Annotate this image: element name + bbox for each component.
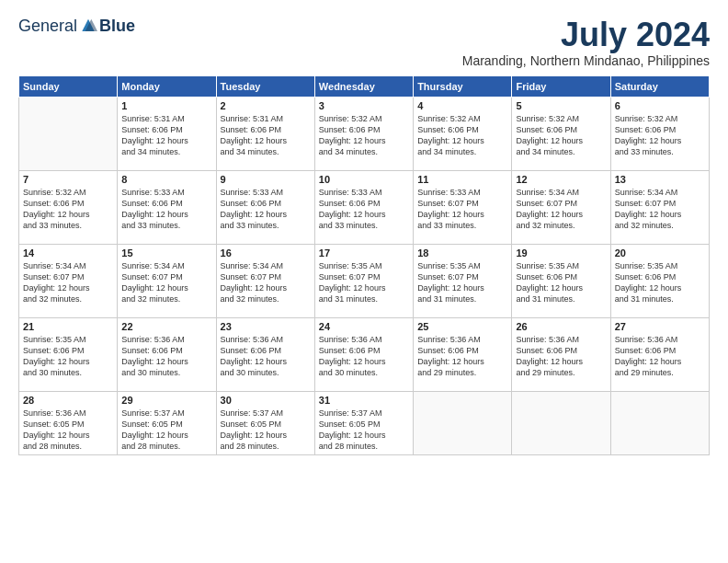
calendar-cell: 10Sunrise: 5:33 AM Sunset: 6:06 PM Dayli… <box>314 170 413 244</box>
day-detail: Sunrise: 5:36 AM Sunset: 6:06 PM Dayligh… <box>516 334 606 379</box>
day-detail: Sunrise: 5:31 AM Sunset: 6:06 PM Dayligh… <box>121 113 211 158</box>
calendar-cell: 16Sunrise: 5:34 AM Sunset: 6:07 PM Dayli… <box>216 244 314 317</box>
calendar-cell: 1Sunrise: 5:31 AM Sunset: 6:06 PM Daylig… <box>118 97 216 170</box>
day-detail: Sunrise: 5:32 AM Sunset: 6:06 PM Dayligh… <box>615 113 705 158</box>
day-number: 12 <box>516 174 606 185</box>
day-detail: Sunrise: 5:34 AM Sunset: 6:07 PM Dayligh… <box>615 187 705 232</box>
column-header-monday: Monday <box>118 75 216 97</box>
week-row-1: 1Sunrise: 5:31 AM Sunset: 6:06 PM Daylig… <box>19 97 710 170</box>
calendar-cell: 4Sunrise: 5:32 AM Sunset: 6:06 PM Daylig… <box>414 97 512 170</box>
day-detail: Sunrise: 5:35 AM Sunset: 6:06 PM Dayligh… <box>615 260 705 305</box>
calendar-table: SundayMondayTuesdayWednesdayThursdayFrid… <box>18 75 710 456</box>
calendar-cell: 31Sunrise: 5:37 AM Sunset: 6:05 PM Dayli… <box>314 391 413 455</box>
day-detail: Sunrise: 5:32 AM Sunset: 6:06 PM Dayligh… <box>319 113 409 158</box>
calendar-cell: 13Sunrise: 5:34 AM Sunset: 6:07 PM Dayli… <box>610 170 709 244</box>
day-detail: Sunrise: 5:36 AM Sunset: 6:06 PM Dayligh… <box>417 334 507 379</box>
day-detail: Sunrise: 5:33 AM Sunset: 6:06 PM Dayligh… <box>221 187 311 232</box>
calendar-cell: 23Sunrise: 5:36 AM Sunset: 6:06 PM Dayli… <box>216 317 314 391</box>
day-detail: Sunrise: 5:32 AM Sunset: 6:06 PM Dayligh… <box>23 187 113 232</box>
day-number: 31 <box>319 395 409 406</box>
column-header-tuesday: Tuesday <box>216 75 314 97</box>
calendar-cell: 17Sunrise: 5:35 AM Sunset: 6:07 PM Dayli… <box>314 244 413 317</box>
day-detail: Sunrise: 5:37 AM Sunset: 6:05 PM Dayligh… <box>319 408 409 453</box>
day-number: 25 <box>417 321 507 332</box>
day-number: 24 <box>319 321 409 332</box>
day-number: 4 <box>417 100 507 111</box>
day-detail: Sunrise: 5:36 AM Sunset: 6:05 PM Dayligh… <box>23 408 113 453</box>
day-detail: Sunrise: 5:33 AM Sunset: 6:06 PM Dayligh… <box>319 187 409 232</box>
day-detail: Sunrise: 5:31 AM Sunset: 6:06 PM Dayligh… <box>221 113 311 158</box>
day-number: 30 <box>221 395 311 406</box>
logo-text: General Blue <box>18 17 135 36</box>
calendar-cell: 18Sunrise: 5:35 AM Sunset: 6:07 PM Dayli… <box>414 244 512 317</box>
week-row-2: 7Sunrise: 5:32 AM Sunset: 6:06 PM Daylig… <box>19 170 710 244</box>
column-header-friday: Friday <box>512 75 610 97</box>
day-number: 7 <box>23 174 113 185</box>
calendar-cell: 30Sunrise: 5:37 AM Sunset: 6:05 PM Dayli… <box>216 391 314 455</box>
day-detail: Sunrise: 5:36 AM Sunset: 6:06 PM Dayligh… <box>221 334 311 379</box>
day-detail: Sunrise: 5:34 AM Sunset: 6:07 PM Dayligh… <box>121 260 211 305</box>
day-detail: Sunrise: 5:35 AM Sunset: 6:07 PM Dayligh… <box>319 260 409 305</box>
calendar-cell: 8Sunrise: 5:33 AM Sunset: 6:06 PM Daylig… <box>118 170 216 244</box>
day-detail: Sunrise: 5:36 AM Sunset: 6:06 PM Dayligh… <box>615 334 705 379</box>
column-header-wednesday: Wednesday <box>314 75 413 97</box>
day-number: 27 <box>615 321 705 332</box>
calendar-cell: 26Sunrise: 5:36 AM Sunset: 6:06 PM Dayli… <box>512 317 610 391</box>
day-number: 13 <box>615 174 705 185</box>
day-number: 6 <box>615 100 705 111</box>
day-number: 19 <box>516 247 606 259</box>
calendar-cell: 6Sunrise: 5:32 AM Sunset: 6:06 PM Daylig… <box>610 97 709 170</box>
column-header-sunday: Sunday <box>19 75 118 97</box>
calendar-cell: 15Sunrise: 5:34 AM Sunset: 6:07 PM Dayli… <box>118 244 216 317</box>
day-detail: Sunrise: 5:36 AM Sunset: 6:06 PM Dayligh… <box>319 334 409 379</box>
day-number: 15 <box>121 247 211 259</box>
day-number: 22 <box>121 321 211 332</box>
day-number: 17 <box>319 247 409 259</box>
day-number: 5 <box>516 100 606 111</box>
day-number: 21 <box>23 321 113 332</box>
calendar-cell: 2Sunrise: 5:31 AM Sunset: 6:06 PM Daylig… <box>216 97 314 170</box>
calendar-cell: 21Sunrise: 5:35 AM Sunset: 6:06 PM Dayli… <box>19 317 118 391</box>
day-number: 9 <box>221 174 311 185</box>
week-row-3: 14Sunrise: 5:34 AM Sunset: 6:07 PM Dayli… <box>19 244 710 317</box>
day-number: 29 <box>121 395 211 406</box>
calendar-cell: 20Sunrise: 5:35 AM Sunset: 6:06 PM Dayli… <box>610 244 709 317</box>
day-detail: Sunrise: 5:37 AM Sunset: 6:05 PM Dayligh… <box>221 408 311 453</box>
day-detail: Sunrise: 5:35 AM Sunset: 6:06 PM Dayligh… <box>23 334 113 379</box>
logo-general-text: General <box>18 17 77 36</box>
calendar-cell: 24Sunrise: 5:36 AM Sunset: 6:06 PM Dayli… <box>314 317 413 391</box>
day-number: 20 <box>615 247 705 259</box>
calendar-cell <box>610 391 709 455</box>
month-title: July 2024 <box>462 17 710 53</box>
calendar-cell: 28Sunrise: 5:36 AM Sunset: 6:05 PM Dayli… <box>19 391 118 455</box>
header: General Blue July 2024 Maranding, Northe… <box>18 17 710 68</box>
calendar-cell: 14Sunrise: 5:34 AM Sunset: 6:07 PM Dayli… <box>19 244 118 317</box>
day-number: 10 <box>319 174 409 185</box>
calendar-cell: 22Sunrise: 5:36 AM Sunset: 6:06 PM Dayli… <box>118 317 216 391</box>
column-header-thursday: Thursday <box>414 75 512 97</box>
calendar-cell: 25Sunrise: 5:36 AM Sunset: 6:06 PM Dayli… <box>414 317 512 391</box>
calendar-cell: 12Sunrise: 5:34 AM Sunset: 6:07 PM Dayli… <box>512 170 610 244</box>
day-detail: Sunrise: 5:34 AM Sunset: 6:07 PM Dayligh… <box>221 260 311 305</box>
day-detail: Sunrise: 5:35 AM Sunset: 6:06 PM Dayligh… <box>516 260 606 305</box>
day-detail: Sunrise: 5:32 AM Sunset: 6:06 PM Dayligh… <box>516 113 606 158</box>
calendar-cell <box>512 391 610 455</box>
day-number: 18 <box>417 247 507 259</box>
calendar-header-row: SundayMondayTuesdayWednesdayThursdayFrid… <box>19 75 710 97</box>
calendar-cell: 7Sunrise: 5:32 AM Sunset: 6:06 PM Daylig… <box>19 170 118 244</box>
logo-blue-text: Blue <box>99 17 135 36</box>
calendar-cell: 9Sunrise: 5:33 AM Sunset: 6:06 PM Daylig… <box>216 170 314 244</box>
calendar-cell: 29Sunrise: 5:37 AM Sunset: 6:05 PM Dayli… <box>118 391 216 455</box>
day-number: 3 <box>319 100 409 111</box>
column-header-saturday: Saturday <box>610 75 709 97</box>
title-section: July 2024 Maranding, Northern Mindanao, … <box>462 17 710 68</box>
calendar-cell: 3Sunrise: 5:32 AM Sunset: 6:06 PM Daylig… <box>314 97 413 170</box>
day-number: 11 <box>417 174 507 185</box>
day-detail: Sunrise: 5:34 AM Sunset: 6:07 PM Dayligh… <box>23 260 113 305</box>
day-number: 26 <box>516 321 606 332</box>
calendar-cell: 5Sunrise: 5:32 AM Sunset: 6:06 PM Daylig… <box>512 97 610 170</box>
calendar-cell: 19Sunrise: 5:35 AM Sunset: 6:06 PM Dayli… <box>512 244 610 317</box>
day-number: 8 <box>121 174 211 185</box>
logo: General Blue <box>18 17 135 36</box>
week-row-4: 21Sunrise: 5:35 AM Sunset: 6:06 PM Dayli… <box>19 317 710 391</box>
